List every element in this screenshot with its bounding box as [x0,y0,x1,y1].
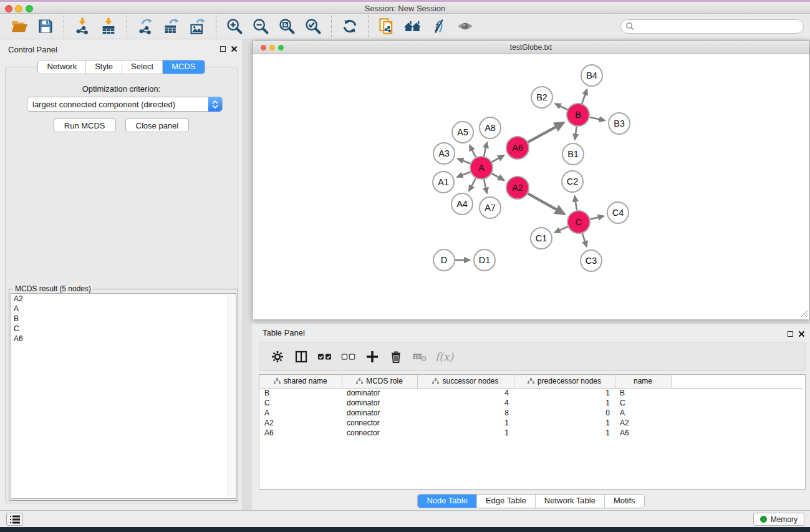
mcds-result-scrollbar[interactable] [228,293,236,499]
table-cell[interactable]: 1 [514,388,615,398]
float-table-panel-icon[interactable] [788,331,793,337]
graph-node-A2[interactable]: A2 [506,177,529,199]
clear-table-icon[interactable] [412,349,428,365]
select-all-icon[interactable] [317,349,333,365]
table-cell[interactable]: dominator [342,388,417,398]
result-list-item[interactable]: A2 [11,294,228,304]
copy-network-icon[interactable] [377,17,396,36]
tab-style[interactable]: Style [85,60,122,74]
graph-edge-C-C2[interactable] [575,196,577,210]
result-list-item[interactable]: A6 [11,334,228,344]
table-cell[interactable]: 4 [417,388,514,398]
table-cell[interactable]: 0 [514,408,615,418]
network-window-titlebar[interactable]: testGlobe.txt [253,41,809,54]
graph-node-C3[interactable]: C3 [581,250,602,271]
export-table-icon[interactable] [162,17,181,36]
graph-node-A3[interactable]: A3 [433,143,455,164]
criterion-dropdown[interactable]: largest connected component (directed) [27,97,223,112]
network-canvas[interactable]: AA1A2A3A4A5A6A7A8BB1B2B3B4CC1C2C3C4DD1 [253,54,809,319]
tab-motifs[interactable]: Motifs [604,495,644,508]
table-cell[interactable]: A6 [615,428,671,438]
close-panel-icon[interactable] [231,46,238,52]
table-cell[interactable]: A6 [259,428,342,438]
graph-edge-A-A1[interactable] [457,172,470,177]
tab-network-table[interactable]: Network Table [535,495,604,508]
result-list-item[interactable]: B [11,314,228,324]
table-cell[interactable]: A [615,408,671,418]
tab-mcds[interactable]: MCDS [162,60,204,74]
column-header-MCDS-role[interactable]: MCDS role [342,375,417,388]
table-row[interactable]: A2connector11A2 [259,418,803,428]
refresh-icon[interactable] [340,17,359,36]
table-row[interactable]: A6connector11A6 [259,428,803,438]
table-cell[interactable]: A2 [615,418,671,428]
save-session-icon[interactable] [36,17,55,36]
search-input[interactable] [620,19,804,34]
graph-edge-B-B1[interactable] [575,127,577,140]
table-cell[interactable]: B [259,388,342,398]
graph-node-A4[interactable]: A4 [451,193,473,215]
function-builder-icon[interactable]: f(x) [435,351,453,363]
import-network-icon[interactable] [73,17,92,36]
graph-node-C[interactable]: C [567,211,590,233]
graph-node-A5[interactable]: A5 [452,122,473,143]
export-image-icon[interactable] [188,17,207,36]
task-history-button[interactable] [6,513,23,526]
graph-node-A1[interactable]: A1 [433,172,454,193]
table-cell[interactable]: dominator [342,398,417,408]
graph-edge-A-A3[interactable] [458,158,470,163]
mcds-result-list[interactable]: A2ABCA6 [11,293,228,499]
graph-node-A6[interactable]: A6 [506,137,529,159]
export-network-icon[interactable] [136,17,155,36]
delete-column-icon[interactable] [388,349,404,365]
graph-node-A[interactable]: A [470,157,493,179]
graph-node-B1[interactable]: B1 [562,143,584,165]
graph-node-A8[interactable]: A8 [480,117,501,138]
graph-edge-A-A6[interactable] [492,155,504,162]
table-row[interactable]: Adominator80A [259,408,803,418]
window-resize-grip[interactable] [799,309,808,317]
tab-edge-table[interactable]: Edge Table [476,495,535,508]
memory-button[interactable]: Memory [753,513,804,526]
graph-edge-C-C1[interactable] [555,227,568,233]
tab-network[interactable]: Network [38,60,85,74]
graph-edge-A-A4[interactable] [469,178,476,191]
add-column-icon[interactable] [364,349,380,365]
graph-node-D1[interactable]: D1 [474,249,495,271]
zoom-in-icon[interactable] [225,17,244,36]
graph-edge-A6-B[interactable] [528,123,564,142]
import-table-icon[interactable] [99,17,118,36]
graph-node-C4[interactable]: C4 [607,202,629,223]
column-header-successor-nodes[interactable]: successor nodes [417,375,514,388]
zoom-fit-icon[interactable] [277,17,296,36]
table-cell[interactable]: C [615,398,671,408]
run-mcds-button[interactable]: Run MCDS [54,118,116,132]
graph-node-B2[interactable]: B2 [531,87,552,108]
table-cell[interactable]: C [259,398,342,408]
graph-edge-A-A2[interactable] [492,173,504,180]
graph-edge-A-A7[interactable] [484,180,487,193]
column-header-name[interactable]: name [615,375,671,388]
table-cell[interactable]: 8 [417,408,514,418]
graph-edge-A-A5[interactable] [470,145,476,157]
table-cell[interactable]: connector [342,418,417,428]
table-cell[interactable]: dominator [342,408,417,418]
table-cell[interactable]: B [615,388,671,398]
table-cell[interactable]: 1 [514,428,615,438]
table-cell[interactable]: 4 [417,398,514,408]
zoom-selected-icon[interactable] [304,17,322,36]
graph-edge-B-B2[interactable] [555,104,567,109]
table-cell[interactable]: A2 [259,418,342,428]
table-row[interactable]: Cdominator41C [259,398,803,408]
table-row[interactable]: Bdominator41B [259,388,803,398]
result-list-item[interactable]: C [11,324,228,334]
table-cell[interactable]: 1 [514,398,615,408]
tab-node-table[interactable]: Node Table [418,495,476,508]
graph-node-C2[interactable]: C2 [562,171,583,192]
table-cell[interactable]: 1 [514,418,615,428]
column-header-shared-name[interactable]: shared name [259,375,342,388]
deselect-all-icon[interactable] [340,349,357,365]
graph-node-C1[interactable]: C1 [531,228,552,249]
eye-icon[interactable] [456,17,475,36]
graph-edge-C-C3[interactable] [582,233,587,246]
